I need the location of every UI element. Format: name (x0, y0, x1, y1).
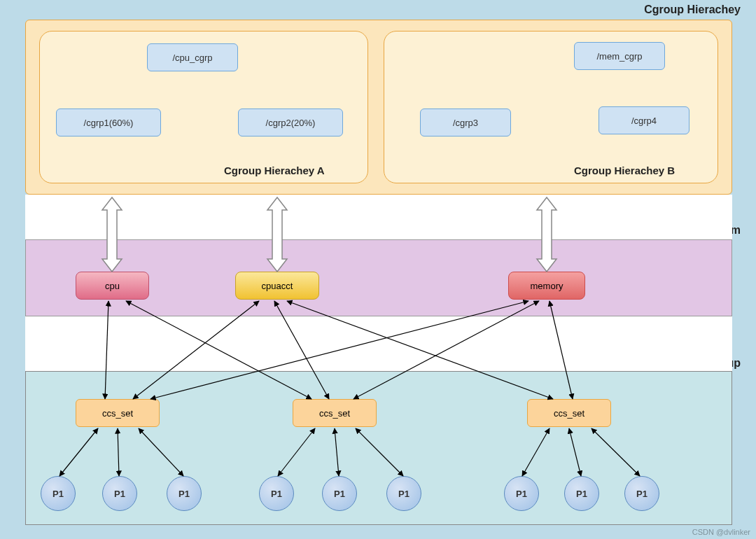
ccs-set-1: ccs_set (76, 399, 160, 427)
proc-c3: P1 (624, 476, 659, 511)
hierarchy-a-label: Cgroup Hierachey A (224, 164, 325, 176)
subsystem-cpu: cpu (76, 272, 149, 300)
proc-c2: P1 (564, 476, 599, 511)
hier-b-child1: /cgrp3 (420, 108, 511, 136)
proc-b3: P1 (386, 476, 421, 511)
hier-b-root: /mem_cgrp (574, 42, 665, 70)
subsystem-memory: memory (508, 272, 585, 300)
hier-a-root: /cpu_cgrp (147, 43, 238, 71)
hier-a-child1: /cgrp1(60%) (56, 108, 161, 136)
white-gap-1 (25, 195, 732, 239)
subsystem-cpuacct: cpuacct (235, 272, 319, 300)
proc-b2: P1 (322, 476, 357, 511)
proc-c1: P1 (504, 476, 539, 511)
watermark: CSDN @dvlinker (692, 528, 750, 536)
ccs-set-3: ccs_set (527, 399, 611, 427)
proc-a1: P1 (41, 476, 76, 511)
proc-a2: P1 (102, 476, 137, 511)
hier-b-child2: /cgrp4 (598, 106, 690, 134)
hierarchy-b-label: Cgroup Hierachey B (574, 164, 675, 176)
hier-a-child2: /cgrp2(20%) (238, 108, 343, 136)
hierarchy-section-title: Cgroup Hierachey (644, 4, 741, 16)
proc-a3: P1 (167, 476, 202, 511)
white-gap-2 (25, 316, 732, 371)
proc-b1: P1 (259, 476, 294, 511)
ccs-set-2: ccs_set (293, 399, 377, 427)
